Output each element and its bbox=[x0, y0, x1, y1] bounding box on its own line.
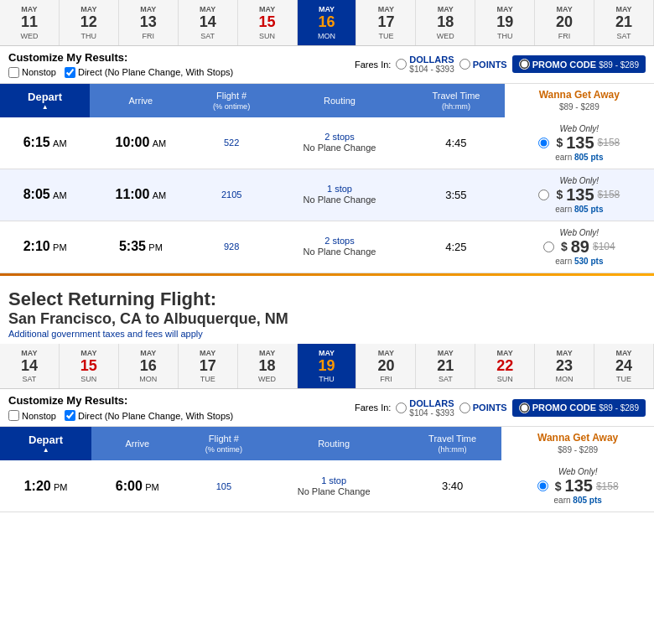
wanna-title-th: Wanna Get Away bbox=[539, 89, 620, 101]
cal-day-16[interactable]: MAY 16 MON bbox=[298, 0, 357, 45]
cal-day-21[interactable]: MAY 21 SAT bbox=[594, 0, 654, 45]
return-nonstop-label[interactable]: Nonstop bbox=[8, 410, 56, 421]
stops-link[interactable]: 2 stops bbox=[278, 236, 401, 246]
cal-day-20[interactable]: MAY 20 FRI bbox=[356, 344, 416, 389]
arrive-time: 5:35 PM bbox=[90, 221, 191, 273]
web-only-label: Web Only! bbox=[511, 176, 647, 185]
cal-daynum: 18 bbox=[240, 357, 295, 376]
th-wanna: Wanna Get Away $89 - $289 bbox=[501, 427, 654, 460]
return-promo-option[interactable]: PROMO CODE $89 - $289 bbox=[512, 399, 646, 417]
return-points-info: POINTS bbox=[473, 402, 507, 413]
cal-dayname: THU bbox=[299, 375, 355, 383]
price-original: $158 bbox=[598, 189, 620, 200]
price-radio[interactable] bbox=[538, 138, 549, 148]
stops-link[interactable]: 1 stop bbox=[271, 475, 396, 486]
cal-daynum: 19 bbox=[477, 13, 532, 32]
cal-month: MAY bbox=[2, 5, 57, 13]
depart-time: 2:10 PM bbox=[0, 221, 90, 273]
direct-label[interactable]: Direct (No Plane Change, With Stops) bbox=[65, 67, 233, 78]
cal-day-18[interactable]: MAY 18 WED bbox=[416, 0, 475, 45]
return-customize-title: Customize My Results: bbox=[8, 394, 233, 407]
cal-dayname: TUE bbox=[596, 375, 651, 383]
return-direct-label[interactable]: Direct (No Plane Change, With Stops) bbox=[65, 410, 233, 421]
cal-month: MAY bbox=[358, 349, 413, 357]
flight-link[interactable]: 928 bbox=[199, 242, 265, 252]
cal-day-11[interactable]: MAY 11 WED bbox=[0, 0, 60, 45]
direct-checkbox[interactable] bbox=[65, 67, 75, 78]
flight-link[interactable]: 522 bbox=[199, 138, 265, 148]
stop-type: No Plane Change bbox=[304, 247, 376, 257]
outbound-cal-strip: MAY 11 WED MAY 12 THU MAY 13 FRI MAY 14 … bbox=[0, 0, 654, 46]
cal-day-12[interactable]: MAY 12 THU bbox=[60, 0, 119, 45]
cal-day-24[interactable]: MAY 24 TUE bbox=[594, 344, 654, 389]
cal-day-13[interactable]: MAY 13 FRI bbox=[119, 0, 179, 45]
nonstop-checkbox[interactable] bbox=[8, 67, 19, 78]
cal-month: MAY bbox=[61, 5, 117, 13]
price-radio[interactable] bbox=[543, 242, 554, 252]
return-nonstop-checkbox[interactable] bbox=[8, 410, 19, 421]
dollars-radio[interactable] bbox=[396, 59, 407, 70]
flight-num[interactable]: 522 bbox=[192, 117, 272, 169]
flight-num[interactable]: 928 bbox=[192, 221, 272, 273]
return-points-radio[interactable] bbox=[459, 402, 470, 413]
cal-day-19[interactable]: MAY 19 THU bbox=[475, 0, 535, 45]
price-amount: 135 bbox=[566, 185, 594, 205]
points-radio[interactable] bbox=[459, 59, 470, 70]
cal-day-15[interactable]: MAY 15 SUN bbox=[60, 344, 119, 389]
cal-day-17[interactable]: MAY 17 TUE bbox=[356, 0, 416, 45]
return-points-option[interactable]: POINTS bbox=[459, 402, 507, 413]
flight-num[interactable]: 105 bbox=[183, 460, 264, 512]
price-original: $104 bbox=[593, 241, 615, 252]
cal-day-23[interactable]: MAY 23 MON bbox=[535, 344, 594, 389]
cal-daynum: 20 bbox=[537, 13, 592, 32]
promo-info: PROMO CODE $89 - $289 bbox=[532, 60, 639, 70]
cal-month: MAY bbox=[240, 349, 295, 357]
return-dollars-option[interactable]: DOLLARS $104 - $393 bbox=[396, 398, 454, 418]
price-radio[interactable] bbox=[538, 190, 549, 200]
cal-month: MAY bbox=[180, 5, 236, 13]
return-direct-checkbox[interactable] bbox=[65, 410, 75, 421]
return-promo-radio[interactable] bbox=[519, 402, 530, 413]
price-radio[interactable] bbox=[537, 480, 548, 491]
cal-day-16[interactable]: MAY 16 MON bbox=[119, 344, 179, 389]
return-customize-bar: Customize My Results: Nonstop Direct (No… bbox=[0, 389, 654, 427]
cal-day-18[interactable]: MAY 18 WED bbox=[238, 344, 298, 389]
cal-day-15[interactable]: MAY 15 SUN bbox=[238, 0, 298, 45]
th-arrive: Arrive bbox=[90, 84, 191, 117]
table-row: 2:10 PM 5:35 PM 928 2 stops No Plane Cha… bbox=[0, 221, 654, 273]
cal-daynum: 23 bbox=[537, 357, 592, 376]
stops-link[interactable]: 1 stop bbox=[278, 184, 401, 194]
return-fares-in-label: Fares In: bbox=[355, 402, 391, 413]
cal-daynum: 17 bbox=[180, 357, 236, 376]
earn-pts: earn 805 pts bbox=[511, 153, 647, 162]
dollars-option[interactable]: DOLLARS $104 - $393 bbox=[396, 55, 454, 74]
price-amount: 135 bbox=[565, 476, 593, 496]
wanna-range-th: $89 - $289 bbox=[558, 445, 598, 454]
cal-month: MAY bbox=[596, 349, 651, 357]
nonstop-label[interactable]: Nonstop bbox=[8, 67, 56, 78]
promo-option[interactable]: PROMO CODE $89 - $289 bbox=[512, 55, 646, 73]
cal-day-14[interactable]: MAY 14 SAT bbox=[0, 344, 60, 389]
pts-value: 805 pts bbox=[574, 153, 603, 162]
promo-radio[interactable] bbox=[519, 59, 530, 70]
cal-day-22[interactable]: MAY 22 SUN bbox=[475, 344, 535, 389]
points-option[interactable]: POINTS bbox=[459, 59, 507, 70]
cal-day-20[interactable]: MAY 20 FRI bbox=[535, 0, 594, 45]
cal-day-14[interactable]: MAY 14 SAT bbox=[179, 0, 238, 45]
return-flight-table: Depart▲ Arrive Flight #(% ontime) Routin… bbox=[0, 427, 654, 512]
cal-month: MAY bbox=[537, 349, 592, 357]
flight-link[interactable]: 105 bbox=[189, 481, 257, 491]
stops-link[interactable]: 2 stops bbox=[278, 132, 401, 142]
return-dollars-radio[interactable] bbox=[396, 402, 407, 413]
flight-link[interactable]: 2105 bbox=[199, 190, 265, 200]
cal-dayname: THU bbox=[61, 32, 117, 40]
cal-day-19[interactable]: MAY 19 THU bbox=[298, 344, 357, 389]
cal-day-21[interactable]: MAY 21 SAT bbox=[416, 344, 475, 389]
arrive-time: 10:00 AM bbox=[90, 117, 191, 169]
routing-cell: 1 stop No Plane Change bbox=[264, 460, 402, 512]
th-flight: Flight #(% ontime) bbox=[183, 427, 264, 460]
flight-num[interactable]: 2105 bbox=[192, 169, 272, 221]
cal-daynum: 21 bbox=[596, 13, 651, 32]
cal-day-17[interactable]: MAY 17 TUE bbox=[179, 344, 238, 389]
cal-month: MAY bbox=[121, 349, 176, 357]
